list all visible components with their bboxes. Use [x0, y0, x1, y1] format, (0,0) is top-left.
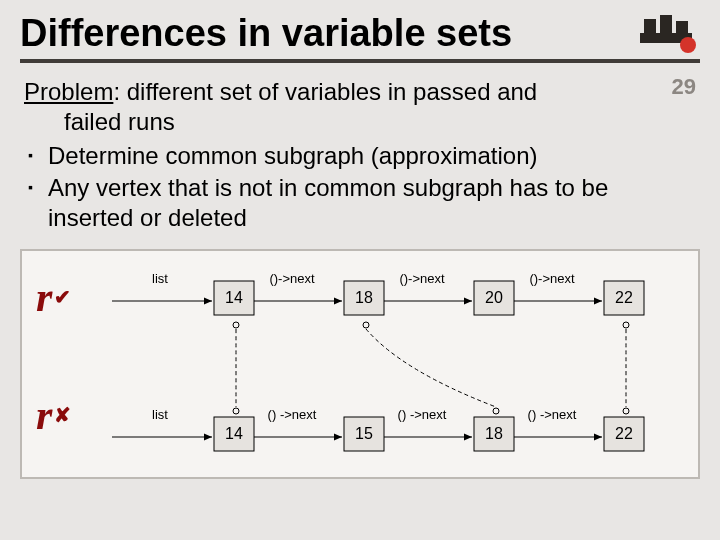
edge-label: () ->next — [398, 407, 447, 422]
edge-label: list — [152, 271, 168, 286]
bullet-item: Determine common subgraph (approximation… — [24, 141, 640, 171]
graph-node: 14 — [225, 289, 243, 306]
edge-label: ()->next — [399, 271, 445, 286]
slide-title: Differences in variable sets — [20, 12, 630, 55]
problem-label: Problem — [24, 78, 113, 105]
graph-diagram: r✔ r✘ list 14 ()->next 18 — [20, 249, 700, 479]
graph-svg: list 14 ()->next 18 ()->next 20 ()->next… — [22, 251, 702, 481]
page-number: 29 — [672, 74, 696, 100]
problem-statement: Problem: different set of variables in p… — [24, 77, 640, 107]
svg-point-10 — [363, 322, 369, 328]
university-logo — [640, 15, 700, 53]
svg-rect-2 — [676, 21, 688, 35]
edge-label: list — [152, 407, 168, 422]
header-divider — [20, 59, 700, 63]
edge-label: ()->next — [269, 271, 315, 286]
svg-point-4 — [680, 37, 696, 53]
graph-node: 14 — [225, 425, 243, 442]
graph-node: 18 — [355, 289, 373, 306]
edge-label: ()->next — [529, 271, 575, 286]
bullet-item: Any vertex that is not in common subgrap… — [24, 173, 640, 233]
graph-node: 15 — [355, 425, 373, 442]
problem-statement-cont: failed runs — [24, 107, 640, 137]
graph-node: 18 — [485, 425, 503, 442]
svg-point-15 — [623, 322, 629, 328]
graph-node: 22 — [615, 289, 633, 306]
edge-label: () ->next — [268, 407, 317, 422]
svg-point-26 — [623, 408, 629, 414]
svg-rect-0 — [644, 19, 656, 35]
svg-rect-1 — [660, 15, 672, 35]
graph-node: 22 — [615, 425, 633, 442]
svg-point-7 — [233, 322, 239, 328]
svg-point-18 — [233, 408, 239, 414]
edge-label: () ->next — [528, 407, 577, 422]
svg-point-23 — [493, 408, 499, 414]
graph-node: 20 — [485, 289, 503, 306]
